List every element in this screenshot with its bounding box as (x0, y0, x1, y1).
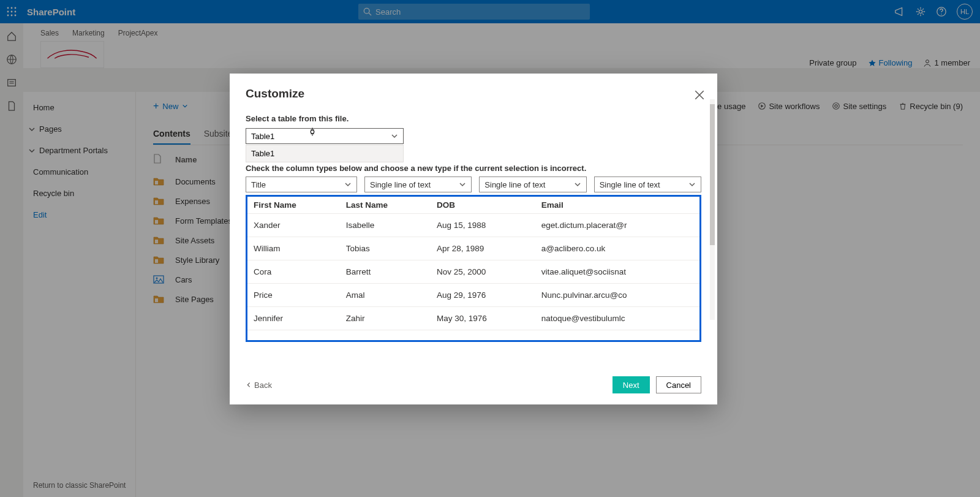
preview-column-header: Last Name (340, 197, 431, 214)
preview-row: WilliamTobiasApr 28, 1989a@aclibero.co.u… (247, 237, 699, 260)
preview-column-header: DOB (431, 197, 535, 214)
chevron-down-icon (344, 181, 352, 188)
table-dropdown-option[interactable]: Table1 (246, 145, 404, 162)
dialog-footer: Back Next Cancel (230, 368, 717, 404)
preview-cell: Nov 25, 2000 (431, 260, 535, 284)
preview-cell: Barrett (340, 260, 431, 284)
preview-cell: Jennifer (247, 307, 340, 330)
scrollbar-thumb[interactable] (710, 104, 715, 245)
preview-row: PriceAmalAug 29, 1976Nunc.pulvinar.arcu@… (247, 284, 699, 307)
preview-row: XanderIsabelleAug 15, 1988eget.dictum.pl… (247, 214, 699, 237)
preview-table: First NameLast NameDOBEmail XanderIsabel… (247, 197, 699, 330)
chevron-down-icon (459, 181, 466, 188)
preview-row: CoraBarrettNov 25, 2000vitae.aliquet@soc… (247, 260, 699, 284)
data-preview: First NameLast NameDOBEmail XanderIsabel… (246, 195, 701, 342)
preview-cell: eget.dictum.placerat@r (535, 214, 699, 237)
check-columns-label: Check the column types below and choose … (246, 164, 701, 173)
coltype-value: Single line of text (600, 180, 660, 189)
dropdown-value: Table1 (251, 132, 274, 141)
coltype-value: Title (251, 180, 266, 189)
coltype-dropdown[interactable]: Title (246, 176, 357, 192)
chevron-left-icon (246, 382, 252, 388)
preview-row: JenniferZahirMay 30, 1976natoque@vestibu… (247, 307, 699, 330)
preview-cell: Apr 28, 1989 (431, 237, 535, 260)
preview-cell: May 30, 1976 (431, 307, 535, 330)
column-type-row: Title Single line of text Single line of… (246, 176, 701, 192)
preview-cell: a@aclibero.co.uk (535, 237, 699, 260)
dialog-scrollbar[interactable] (710, 99, 715, 320)
preview-cell: Price (247, 284, 340, 307)
coltype-dropdown[interactable]: Single line of text (479, 176, 586, 192)
svg-point-35 (311, 130, 314, 134)
preview-cell: Isabelle (340, 214, 431, 237)
preview-cell: natoque@vestibulumlc (535, 307, 699, 330)
preview-cell: Tobias (340, 237, 431, 260)
preview-cell: Cora (247, 260, 340, 284)
coltype-dropdown[interactable]: Single line of text (594, 176, 701, 192)
preview-cell: Aug 29, 1976 (431, 284, 535, 307)
table-dropdown[interactable]: Table1 Table1 (246, 128, 404, 144)
customize-dialog: Customize Select a table from this file.… (230, 74, 717, 404)
preview-cell: Zahir (340, 307, 431, 330)
preview-cell: Nunc.pulvinar.arcu@co (535, 284, 699, 307)
coltype-dropdown[interactable]: Single line of text (364, 176, 472, 192)
next-button[interactable]: Next (612, 376, 650, 393)
preview-cell: Aug 15, 1988 (431, 214, 535, 237)
preview-column-header: Email (535, 197, 699, 214)
preview-cell: vitae.aliquet@sociisnat (535, 260, 699, 284)
close-button[interactable] (694, 89, 705, 101)
preview-column-header: First Name (247, 197, 340, 214)
close-icon (694, 89, 705, 101)
cursor-icon (307, 127, 317, 137)
option-label: Table1 (251, 149, 274, 158)
cancel-button[interactable]: Cancel (656, 376, 701, 393)
chevron-down-icon (688, 181, 696, 188)
back-label: Back (254, 381, 272, 390)
dialog-title: Customize (246, 87, 701, 101)
coltype-value: Single line of text (484, 180, 545, 189)
preview-cell: Amal (340, 284, 431, 307)
back-button[interactable]: Back (246, 381, 272, 390)
chevron-down-icon (391, 132, 398, 140)
chevron-down-icon (574, 181, 581, 188)
coltype-value: Single line of text (370, 180, 431, 189)
preview-cell: Xander (247, 214, 340, 237)
preview-cell: William (247, 237, 340, 260)
select-table-label: Select a table from this file. (246, 114, 701, 123)
